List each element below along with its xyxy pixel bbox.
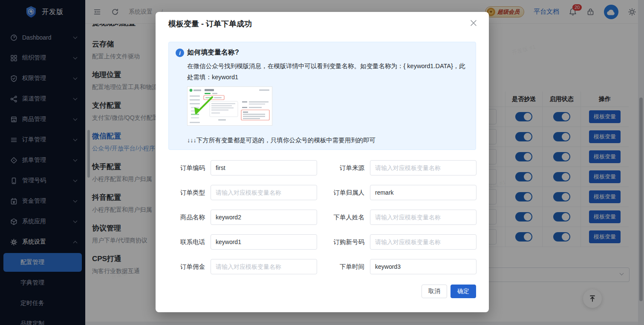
field-label: 订单佣金 bbox=[156, 263, 205, 271]
field-label: 订单类型 bbox=[156, 189, 205, 197]
cancel-button[interactable]: 取消 bbox=[422, 285, 447, 298]
new-number-input[interactable] bbox=[370, 234, 477, 250]
form-row: 联系电话 订购新号码 bbox=[156, 234, 489, 250]
field-label: 下单人姓名 bbox=[315, 213, 364, 221]
wechat-template-help-image bbox=[187, 86, 272, 126]
confirm-button[interactable]: 确定 bbox=[451, 285, 476, 298]
order-owner-input[interactable] bbox=[370, 185, 477, 200]
alert-body: 在微信公众号找到模版消息，在模版详情中可以看到变量名称。如变量名称为：{ key… bbox=[187, 60, 468, 83]
product-name-input[interactable] bbox=[211, 210, 317, 225]
order-time-input[interactable] bbox=[370, 259, 477, 274]
buyer-name-input[interactable] bbox=[370, 210, 477, 225]
field-label: 订单归属人 bbox=[315, 189, 364, 197]
field-label: 订单编码 bbox=[156, 164, 205, 172]
close-icon[interactable] bbox=[469, 19, 478, 27]
order-source-input[interactable] bbox=[370, 160, 477, 175]
alert-note: ↓↓↓下方所有变量都是可选的，只填你公众号的模板中需要用到的即可 bbox=[187, 136, 375, 144]
form-row: 商品名称 下单人姓名 bbox=[156, 210, 489, 225]
field-label: 订单来源 bbox=[315, 164, 364, 172]
order-code-input[interactable] bbox=[211, 160, 317, 175]
form-row: 订单类型 订单归属人 bbox=[156, 185, 489, 200]
alert-heading: 如何填变量名称? bbox=[187, 48, 239, 57]
field-label: 联系电话 bbox=[156, 238, 205, 246]
template-variables-form: 订单编码 订单来源 订单类型 订单归属人 商品名称 下单人姓名 联系电话 订购 bbox=[156, 160, 489, 284]
field-label: 下单时间 bbox=[315, 263, 364, 271]
form-row: 订单佣金 下单时间 bbox=[156, 259, 489, 274]
app-root: 号 开发版 Dashboard 组织管理 权限管理 渠道管理 bbox=[0, 0, 644, 325]
template-variables-modal: 模板变量 - 订单下单成功 i 如何填变量名称? 在微信公众号找到模版消息，在模… bbox=[156, 12, 489, 312]
contact-phone-input[interactable] bbox=[211, 234, 317, 250]
field-label: 商品名称 bbox=[156, 213, 205, 221]
field-label: 订购新号码 bbox=[315, 238, 364, 246]
order-type-input[interactable] bbox=[211, 185, 317, 200]
order-commission-input[interactable] bbox=[211, 259, 317, 274]
modal-title: 模板变量 - 订单下单成功 bbox=[168, 19, 252, 29]
form-row: 订单编码 订单来源 bbox=[156, 160, 489, 175]
modal-footer: 取消 确定 bbox=[422, 285, 476, 298]
info-icon: i bbox=[176, 49, 184, 57]
info-alert: i 如何填变量名称? 在微信公众号找到模版消息，在模版详情中可以看到变量名称。如… bbox=[168, 42, 476, 150]
